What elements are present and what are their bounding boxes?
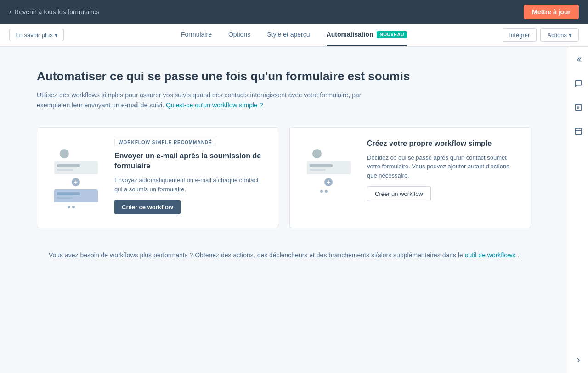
svg-rect-12 bbox=[307, 161, 351, 174]
svg-point-10 bbox=[72, 206, 75, 208]
tab-formulaire[interactable]: Formulaire bbox=[181, 24, 212, 46]
svg-rect-7 bbox=[57, 192, 80, 195]
create-workflow-button[interactable]: Créer ce workflow bbox=[114, 200, 181, 214]
sidebar-chat-icon[interactable] bbox=[571, 76, 586, 91]
back-arrow-icon: ‹ bbox=[9, 8, 11, 16]
svg-point-0 bbox=[60, 149, 69, 158]
svg-rect-13 bbox=[310, 164, 333, 167]
create-custom-workflow-button[interactable]: Créer un workflow bbox=[367, 186, 431, 201]
svg-point-11 bbox=[312, 149, 322, 158]
update-button[interactable]: Mettre à jour bbox=[524, 5, 579, 19]
svg-point-9 bbox=[68, 206, 70, 208]
card1-title: Envoyer un e-mail après la soumission de… bbox=[114, 151, 267, 172]
back-link[interactable]: ‹ Revenir à tous les formulaires bbox=[9, 8, 100, 16]
card-custom-workflow: + Créez votre propre workflow simple Déc… bbox=[289, 127, 531, 228]
svg-rect-3 bbox=[57, 169, 73, 171]
card-recommended-workflow: + WORKFLOW SIMPLE RECOMMANDÉ Envoyer un … bbox=[37, 127, 278, 228]
sidebar-form-icon[interactable] bbox=[571, 100, 586, 115]
new-badge: NOUVEAU bbox=[377, 31, 407, 38]
card1-desc: Envoyez automatiquement un e-mail à chaq… bbox=[114, 176, 267, 194]
card1-content: WORKFLOW SIMPLE RECOMMANDÉ Envoyer un e-… bbox=[114, 139, 267, 217]
tab-options[interactable]: Options bbox=[228, 24, 250, 46]
content-area: Automatiser ce qui se passe une fois qu'… bbox=[0, 47, 568, 373]
tabs-bar: En savoir plus ▾ Formulaire Options Styl… bbox=[0, 24, 588, 47]
svg-rect-14 bbox=[310, 169, 326, 171]
actions-dropdown-icon: ▾ bbox=[569, 32, 572, 39]
workflow-link[interactable]: Qu'est-ce qu'un workflow simple ? bbox=[166, 101, 263, 109]
right-sidebar bbox=[568, 47, 588, 373]
svg-point-18 bbox=[325, 190, 328, 193]
sidebar-collapse-icon[interactable] bbox=[571, 52, 586, 67]
tabs-right: Intégrer Actions ▾ bbox=[503, 28, 579, 42]
dropdown-icon: ▾ bbox=[55, 32, 58, 39]
tabs-center: Formulaire Options Style et aperçu Autom… bbox=[181, 24, 407, 46]
svg-rect-2 bbox=[57, 164, 80, 167]
card2-desc: Décidez ce qui se passe après qu'un cont… bbox=[367, 153, 520, 180]
card2-illustration: + bbox=[301, 139, 356, 217]
card2-title: Créez votre propre workflow simple bbox=[367, 139, 520, 149]
tab-style[interactable]: Style et aperçu bbox=[267, 24, 310, 46]
learn-more-button[interactable]: En savoir plus ▾ bbox=[9, 29, 64, 41]
actions-button[interactable]: Actions ▾ bbox=[540, 28, 579, 42]
card2-content: Créez votre propre workflow simple Décid… bbox=[367, 139, 520, 217]
sidebar-calendar-icon[interactable] bbox=[571, 124, 586, 139]
top-navigation: ‹ Revenir à tous les formulaires Mettre … bbox=[0, 0, 588, 24]
svg-rect-1 bbox=[54, 161, 98, 174]
tabs-left: En savoir plus ▾ bbox=[9, 29, 64, 41]
page-description: Utilisez des workflows simples pour assu… bbox=[37, 90, 368, 111]
svg-rect-6 bbox=[54, 189, 98, 202]
svg-point-17 bbox=[320, 190, 323, 193]
svg-rect-8 bbox=[57, 197, 73, 199]
card1-badge: WORKFLOW SIMPLE RECOMMANDÉ bbox=[114, 139, 216, 146]
svg-text:+: + bbox=[74, 178, 78, 186]
card1-illustration: + bbox=[48, 139, 103, 217]
cards-row: + WORKFLOW SIMPLE RECOMMANDÉ Envoyer un … bbox=[37, 127, 531, 228]
page-heading: Automatiser ce qui se passe une fois qu'… bbox=[37, 69, 531, 84]
sidebar-expand-icon[interactable] bbox=[571, 353, 586, 367]
tab-automatisation[interactable]: Automatisation NOUVEAU bbox=[327, 24, 407, 46]
svg-rect-23 bbox=[575, 128, 582, 135]
integrate-button[interactable]: Intégrer bbox=[503, 28, 537, 42]
svg-text:+: + bbox=[327, 178, 330, 186]
footer-text: Vous avez besoin de workflows plus perfo… bbox=[37, 250, 531, 260]
main-layout: Automatiser ce qui se passe une fois qu'… bbox=[0, 47, 588, 373]
workflows-tool-link[interactable]: outil de workflows bbox=[465, 251, 517, 259]
back-label: Revenir à tous les formulaires bbox=[14, 8, 99, 16]
